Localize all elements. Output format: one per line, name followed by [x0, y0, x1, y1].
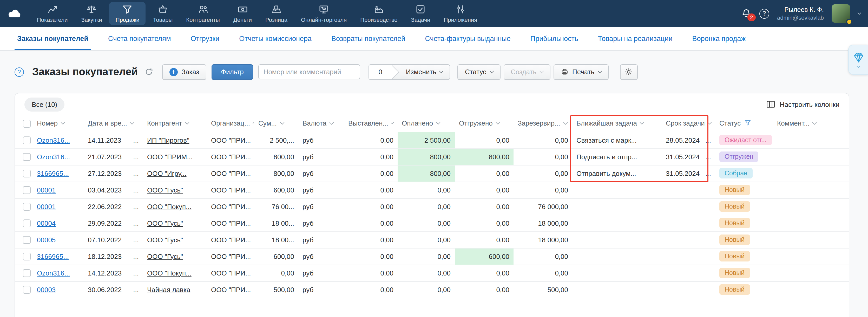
- row-checkbox[interactable]: [23, 219, 31, 227]
- chevron-down-icon[interactable]: [858, 11, 861, 14]
- row-checkbox[interactable]: [23, 269, 31, 277]
- column-header-status[interactable]: Статус: [715, 115, 773, 132]
- settings-gear-button[interactable]: [620, 64, 638, 80]
- filter-funnel-icon[interactable]: [744, 119, 751, 128]
- nav-item-apps[interactable]: Приложения: [437, 2, 484, 25]
- select-all-checkbox[interactable]: [23, 120, 31, 128]
- page-help-icon[interactable]: ?: [14, 67, 24, 76]
- bonus-widget-tab[interactable]: [848, 45, 868, 75]
- tab-customer-invoices[interactable]: Счета покупателям: [98, 27, 181, 50]
- nav-item-counterparties[interactable]: Контрагенты: [180, 2, 226, 25]
- counterparty-link[interactable]: ООО "Гусь": [147, 252, 183, 260]
- tab-goods-on-consignment[interactable]: Товары на реализации: [588, 27, 682, 50]
- table-row[interactable]: 3166965... 18.12.2023... ООО "Гусь" ООО …: [15, 248, 849, 265]
- tab-sales-funnel[interactable]: Воронка продаж: [682, 27, 756, 50]
- column-header-date[interactable]: Дата и вре...: [84, 115, 143, 132]
- change-button[interactable]: Изменить: [393, 64, 451, 80]
- counterparty-link[interactable]: ООО "Гусь": [147, 186, 183, 194]
- table-row[interactable]: 00001 03.04.2023... ООО "Гусь" ООО "ПРИ.…: [15, 182, 849, 198]
- tab-profitability[interactable]: Прибыльность: [521, 27, 588, 50]
- row-checkbox[interactable]: [23, 170, 31, 177]
- cell-reserved: 0,00: [514, 265, 572, 281]
- order-number-link[interactable]: 00005: [37, 236, 56, 244]
- column-header-counterparty[interactable]: Контрагент: [143, 115, 207, 132]
- nav-item-production[interactable]: Производство: [354, 2, 404, 25]
- nav-item-goods[interactable]: Товары: [147, 2, 179, 25]
- row-checkbox[interactable]: [23, 203, 31, 211]
- table-row[interactable]: 00004 29.09.2022... ООО "Гусь" ООО "ПРИ.…: [15, 215, 849, 232]
- cell-comment: [773, 165, 849, 182]
- counterparty-link[interactable]: ООО "Гусь": [147, 219, 183, 227]
- row-checkbox[interactable]: [23, 253, 31, 260]
- column-header-next-task[interactable]: Ближайшая задача: [572, 115, 662, 132]
- status-button[interactable]: Статус: [458, 64, 500, 80]
- order-number-link[interactable]: 3166965...: [37, 169, 69, 177]
- cell-invoiced: 0,00: [344, 248, 398, 265]
- help-icon[interactable]: ?: [760, 8, 769, 19]
- filter-button[interactable]: Фильтр: [212, 64, 253, 80]
- new-order-button[interactable]: + Заказ: [162, 64, 206, 80]
- table-row[interactable]: Ozon316... 14.12.2023... ООО "Покуп... О…: [15, 265, 849, 281]
- tab-customer-returns[interactable]: Возвраты покупателей: [321, 27, 415, 50]
- tab-commission-reports[interactable]: Отчеты комиссионера: [229, 27, 321, 50]
- order-number-link[interactable]: 00001: [37, 186, 56, 194]
- column-header-invoiced[interactable]: Выставлен...: [344, 115, 398, 132]
- nav-item-money[interactable]: Деньги: [227, 2, 258, 25]
- print-button[interactable]: Печать: [554, 64, 609, 80]
- nav-item-retail[interactable]: Розница: [259, 2, 294, 25]
- column-header-currency[interactable]: Валюта: [298, 115, 344, 132]
- counterparty-link[interactable]: ООО "Игру...: [147, 169, 187, 177]
- table-row[interactable]: 00005 07.10.2022... ООО "Гусь" ООО "ПРИ.…: [15, 232, 849, 248]
- column-header-shipped[interactable]: Отгружено: [455, 115, 514, 132]
- create-button[interactable]: Создать: [503, 64, 551, 80]
- counterparty-link[interactable]: ООО "Покуп...: [147, 203, 191, 210]
- table-row[interactable]: Ozon316... 14.11.2023... ИП "Пирогов" ОО…: [15, 132, 849, 148]
- nav-item-online-trade[interactable]: Онлайн-торговля: [295, 2, 353, 25]
- table-row[interactable]: Ozon316... 21.07.2023... ООО "ПРИМ... ОО…: [15, 148, 849, 165]
- row-checkbox[interactable]: [23, 236, 31, 244]
- filter-all-pill[interactable]: Все (10): [24, 97, 64, 111]
- order-number-link[interactable]: 3166965...: [37, 252, 69, 260]
- column-header-paid[interactable]: Оплачено: [398, 115, 455, 132]
- counterparty-link[interactable]: ООО "Гусь": [147, 236, 183, 244]
- counterparty-link[interactable]: ООО "Покуп...: [147, 269, 191, 277]
- order-number-link[interactable]: Ozon316...: [37, 136, 70, 144]
- refresh-icon[interactable]: [145, 68, 153, 76]
- avatar[interactable]: [832, 4, 850, 23]
- column-header-reserved[interactable]: Зарезервир...: [514, 115, 572, 132]
- order-number-link[interactable]: Ozon316...: [37, 269, 70, 277]
- search-input[interactable]: [258, 64, 360, 79]
- tab-customer-orders[interactable]: Заказы покупателей: [7, 27, 98, 50]
- counterparty-link[interactable]: ИП "Пирогов": [147, 136, 189, 144]
- tab-issued-invoices[interactable]: Счета-фактуры выданные: [415, 27, 520, 50]
- row-checkbox[interactable]: [23, 153, 31, 161]
- column-header-comment[interactable]: Коммент...: [773, 115, 849, 132]
- column-header-number[interactable]: Номер: [33, 115, 84, 132]
- sort-caret-icon: [185, 120, 189, 125]
- counterparty-link[interactable]: Чайная лавка: [147, 286, 190, 293]
- row-checkbox[interactable]: [23, 136, 31, 144]
- order-number-link[interactable]: Ozon316...: [37, 153, 70, 161]
- table-row[interactable]: 3166965... 27.12.2023... ООО "Игру... ОО…: [15, 165, 849, 182]
- row-checkbox[interactable]: [23, 286, 31, 294]
- nav-item-indicators[interactable]: Показатели: [31, 2, 74, 25]
- order-number-link[interactable]: 00003: [37, 286, 56, 293]
- app-logo-cloud-icon[interactable]: [4, 0, 26, 27]
- table-row[interactable]: 00001 22.06.2022... ООО "Покуп... ООО "П…: [15, 198, 849, 215]
- row-checkbox[interactable]: [23, 186, 31, 194]
- tab-shipments[interactable]: Отгрузки: [181, 27, 229, 50]
- cell-reserved: 18 000,00: [514, 232, 572, 248]
- notifications-bell-icon[interactable]: 2: [741, 8, 751, 19]
- column-header-organization[interactable]: Организац...: [207, 115, 254, 132]
- counterparty-link[interactable]: ООО "ПРИМ...: [147, 153, 193, 161]
- table-row[interactable]: 00003 30.06.2022... Чайная лавка ООО "ПР…: [15, 281, 849, 298]
- column-header-task-due[interactable]: Срок задачи: [662, 115, 715, 132]
- order-number-link[interactable]: 00004: [37, 219, 56, 227]
- configure-columns-button[interactable]: Настроить колонки: [766, 100, 839, 108]
- column-header-sum[interactable]: Сум...: [254, 115, 298, 132]
- order-number-link[interactable]: 00001: [37, 203, 56, 210]
- nav-item-sales[interactable]: Продажи: [110, 2, 146, 25]
- nav-item-tasks[interactable]: Задачи: [405, 2, 437, 25]
- nav-item-purchases[interactable]: Закупки: [75, 2, 108, 25]
- user-menu[interactable]: Рылеев К. Ф. admin@sevkavlab: [777, 5, 824, 21]
